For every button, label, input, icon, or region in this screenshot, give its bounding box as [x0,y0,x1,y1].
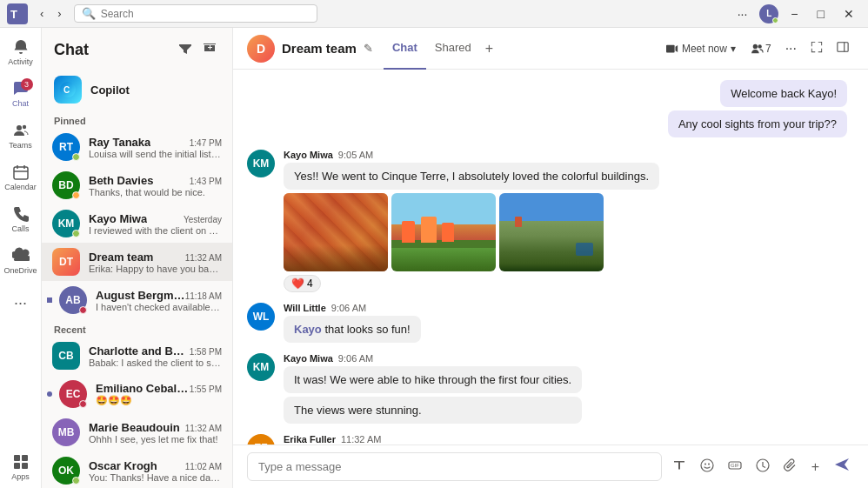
user-avatar[interactable]: L [759,4,778,23]
apps-label: Apps [11,472,30,481]
chat-preview: Erika: Happy to have you back,... [89,264,222,274]
sidebar-item-more[interactable]: ··· [5,282,37,324]
forward-button[interactable]: › [52,5,66,22]
meet-dropdown-icon: ▾ [731,43,736,55]
sidebar-toggle-button[interactable] [831,37,854,60]
list-item[interactable]: MB Marie Beaudouin 11:32 AM Ohhh I see, … [42,413,232,451]
list-item[interactable]: KM Kayo Miwa Yesterday I reviewed with t… [42,204,232,243]
title-bar-right: ··· L − □ ✕ [731,4,861,23]
copilot-icon: C [59,81,77,98]
svg-point-3 [22,125,25,129]
more-options-button[interactable]: ··· [731,5,755,23]
sidebar-item-activity[interactable]: Activity [5,31,37,73]
emoji-button[interactable] [697,455,718,479]
message-bubble: It was! We were able to hike through the… [284,366,582,393]
message-bubble: Yes!! We went to Cinque Terre, I absolut… [284,163,659,190]
image-2[interactable] [391,193,496,271]
svg-point-2 [17,125,22,130]
send-button[interactable] [830,452,854,481]
message-group: KM Kayo Miwa 9:05 AM Yes!! We went to Ci… [247,150,854,292]
minimize-button[interactable]: − [784,5,805,23]
video-icon [666,43,678,55]
tab-shared[interactable]: Shared [426,28,480,70]
chat-area: D Dream team ✎ Chat Shared + Meet now [233,28,868,488]
back-button[interactable]: ‹ [35,5,49,22]
chat-label: Chat [12,99,29,108]
chat-name: Kayo Miwa [89,212,147,225]
image-3[interactable] [499,193,604,271]
chat-info: Beth Davies 1:43 PM Thanks, that would b… [89,174,222,197]
list-item[interactable]: EC Emiliano Ceballos 1:55 PM 🤩🤩🤩 [42,375,232,413]
message-meta: Kayo Miwa 9:06 AM [284,353,582,364]
chat-name: Dream team [89,251,153,264]
svg-point-15 [701,459,713,471]
group-avatar: D [247,35,275,63]
new-chat-button[interactable] [199,38,220,62]
chat-time: 1:58 PM [190,347,222,357]
presence-indicator [79,306,87,314]
expand-button[interactable] [805,37,828,60]
onedrive-icon [12,247,30,264]
svg-rect-8 [22,463,28,469]
sticker-button[interactable] [752,455,773,479]
search-input[interactable] [101,8,310,20]
list-item[interactable]: OK Oscar Krogh 11:02 AM You: Thanks! Hav… [42,451,232,488]
meet-now-button[interactable]: Meet now ▾ [659,39,743,58]
more-actions-button[interactable]: + [808,456,823,478]
chat-name: Charlotte and Babak [89,344,190,358]
copilot-item[interactable]: C Copilot [42,69,232,110]
chat-preview: I reviewed with the client on Th... [89,225,222,236]
nav-buttons: ‹ › [35,5,67,22]
list-item[interactable]: AB August Bergman 11:18 AM I haven't che… [42,281,232,319]
message-input[interactable] [247,452,662,481]
list-item[interactable]: DT Dream team 11:32 AM Erika: Happy to h… [42,243,232,281]
chat-time: Yesterday [184,215,222,224]
sidebar-item-teams[interactable]: Teams [5,115,37,157]
message-bubble: The views were stunning. [284,397,582,424]
sticker-icon [756,458,770,472]
sidebar-item-apps[interactable]: Apps [5,446,37,488]
search-bar[interactable]: 🔍 [74,4,317,23]
more-header-button[interactable]: ··· [780,37,802,60]
reaction-heart[interactable]: ❤️4 [284,275,321,292]
close-button[interactable]: ✕ [837,5,861,23]
svg-point-17 [708,463,710,465]
chat-info: August Bergman 11:18 AM I haven't checke… [96,289,222,312]
add-tab-button[interactable]: + [480,28,498,70]
sidebar-item-onedrive[interactable]: OneDrive [5,240,37,282]
list-item[interactable]: RT Ray Tanaka 1:47 PM Louisa will send t… [42,128,232,166]
sidebar-item-calls[interactable]: Calls [5,198,37,240]
header-actions: Meet now ▾ 7 ··· [659,37,854,60]
image-1[interactable] [284,193,388,271]
chat-name: Oscar Krogh [89,459,157,472]
format-button[interactable] [669,455,690,479]
message-sender: Will Little [284,303,326,313]
message-meta: Kayo Miwa 9:05 AM [284,150,659,160]
chat-info: Marie Beaudouin 11:32 AM Ohhh I see, yes… [89,421,222,445]
chat-name: Emiliano Ceballos [96,382,190,395]
onedrive-label: OneDrive [4,266,37,275]
maximize-button[interactable]: □ [811,5,831,23]
copilot-name: Copilot [90,84,130,97]
list-item[interactable]: CB Charlotte and Babak 1:58 PM Babak: I … [42,337,232,375]
tab-chat[interactable]: Chat [384,28,426,70]
chat-info: Ray Tanaka 1:47 PM Louisa will send the … [89,136,222,159]
sidebar-item-chat[interactable]: 3 Chat [5,73,37,115]
sidebar-item-calendar[interactable]: Calendar [5,157,37,198]
message-group: EF Erika Fuller 11:32 AM Happy to have y… [247,434,854,445]
chat-time: 1:55 PM [190,384,222,394]
attach-button[interactable] [780,455,801,479]
chat-info: Dream team 11:32 AM Erika: Happy to have… [89,251,222,274]
filter-button[interactable] [175,38,196,62]
message-time: 9:06 AM [338,353,373,364]
mention: Kayo [294,323,322,336]
bell-icon [12,38,30,56]
gif-button[interactable]: GIF [724,455,745,479]
edit-icon[interactable]: ✎ [364,42,373,55]
message-time: 9:05 AM [338,150,373,160]
chat-time: 1:43 PM [190,177,222,186]
list-item[interactable]: BD Beth Davies 1:43 PM Thanks, that woul… [42,166,232,204]
avatar: KM [247,353,275,381]
participants-button[interactable]: 7 [746,39,777,58]
chat-preview: 🤩🤩🤩 [96,395,222,406]
